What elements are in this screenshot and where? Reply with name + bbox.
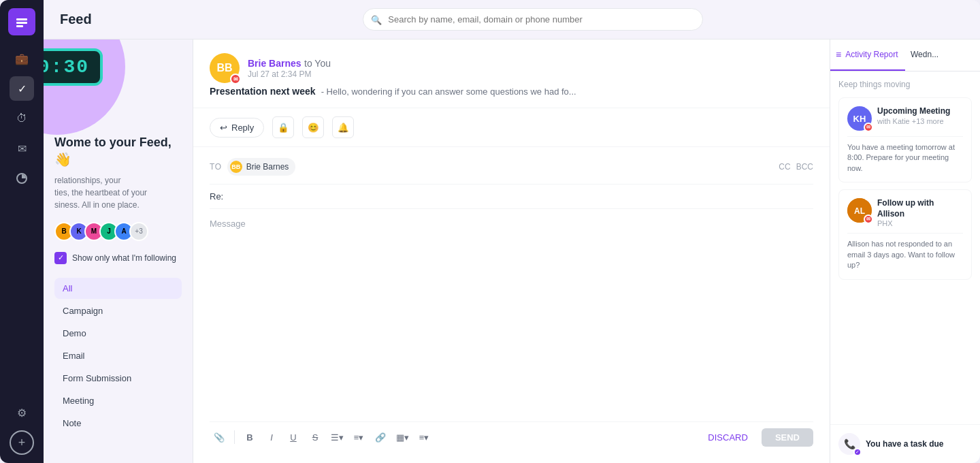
left-panel: 10:30 Wome to your Feed, 👋 relationships… (44, 39, 193, 463)
welcome-emoji: 👋 (54, 152, 71, 167)
sidebar-logo[interactable] (8, 8, 35, 35)
to-label: TO (210, 162, 222, 172)
activity-divider-2 (847, 233, 963, 234)
re-row: Re: (210, 185, 813, 209)
nav-item-all[interactable]: All (54, 278, 182, 299)
underline-button[interactable]: U (284, 428, 303, 447)
email-meta: Brie Barnes to You Jul 27 at 2:34 PM (248, 57, 331, 79)
reply-button[interactable]: ↩ Reply (210, 118, 264, 138)
search-input[interactable] (363, 8, 703, 31)
italic-button[interactable]: I (262, 428, 281, 447)
task-text: You have a task due (866, 439, 944, 449)
clock-time: 10:30 (44, 57, 89, 78)
upcoming-meeting-subtitle: with Katie +13 more (877, 117, 950, 125)
welcome-heading: Wome to your Feed, 👋 (54, 135, 182, 169)
emoji-button[interactable]: 😊 (302, 116, 324, 138)
email-preview: - Hello, wondering if you can answer som… (321, 86, 576, 97)
sidebar-icon-chart[interactable] (10, 166, 34, 191)
numbered-list-button[interactable]: ≡▾ (349, 428, 368, 447)
right-panel: ≡ Activity Report Wedn... Keep things mo… (830, 39, 980, 463)
phone-icon: 📞 (844, 438, 855, 449)
editor-toolbar: 📎 B I U S ☰▾ ≡▾ 🔗 ▦▾ ≡▾ DISCARD SEND (210, 421, 813, 452)
page-title: Feed (60, 12, 92, 27)
nav-item-form-submission[interactable]: Form Submission (54, 368, 182, 389)
discard-button[interactable]: DISCARD (697, 428, 759, 447)
sidebar-icon-settings[interactable]: ⚙ (10, 400, 34, 425)
sidebar-icon-tasks[interactable]: ✓ (10, 76, 34, 101)
tab-wednesday[interactable]: Wedn... (905, 39, 980, 71)
email-date: Jul 27 at 2:34 PM (248, 69, 331, 79)
sidebar-icon-briefcase[interactable]: 💼 (10, 46, 34, 71)
bcc-button[interactable]: BCC (796, 162, 813, 172)
mail-badge-icon: ✉ (233, 76, 238, 82)
activity-divider-1 (847, 136, 963, 137)
re-label: Re: (210, 191, 223, 202)
follow-up-meta: Follow up with Allison PHX (877, 198, 963, 227)
svg-text:AL: AL (854, 206, 865, 216)
tab-activity-report[interactable]: ≡ Activity Report (830, 39, 905, 71)
email-subject-row: Presentation next week - Hello, wonderin… (210, 86, 813, 97)
email-header: BB ✉ Brie Barnes to You Jul 27 at 2:34 P… (193, 39, 830, 108)
sender-avatar: BB ✉ (210, 53, 240, 83)
clock-display: 10:30 (44, 48, 103, 86)
upcoming-meeting-card: KH ✉ Upcoming Meeting with Katie +13 mor… (838, 97, 972, 182)
reply-form: TO BB Brie Barnes CC BCC Re: Message (193, 147, 830, 463)
follow-up-title: Follow up with Allison (877, 198, 963, 219)
lock-button[interactable]: 🔒 (272, 116, 294, 138)
follow-up-badge: ✉ (864, 214, 873, 224)
recipient-name: Brie Barnes (246, 162, 289, 172)
follow-up-badge-icon: ✉ (866, 217, 870, 222)
upcoming-meeting-header: KH ✉ Upcoming Meeting with Katie +13 mor… (847, 106, 963, 131)
nav-item-meeting[interactable]: Meeting (54, 390, 182, 411)
cc-button[interactable]: CC (779, 162, 790, 172)
search-bar: 🔍 (363, 8, 703, 31)
block-button[interactable]: ▦▾ (393, 428, 412, 447)
bullet-list-button[interactable]: ☰▾ (327, 428, 346, 447)
bell-button[interactable]: 🔔 (332, 116, 354, 138)
right-tabs: ≡ Activity Report Wedn... (830, 39, 980, 71)
upcoming-meeting-avatar: KH ✉ (847, 106, 872, 131)
follow-up-avatar: AL ✉ (847, 198, 872, 223)
send-button[interactable]: SEND (762, 428, 813, 447)
task-badge: ✓ (853, 448, 862, 456)
strikethrough-button[interactable]: S (306, 428, 325, 447)
badge-mail-icon: ✉ (866, 125, 870, 130)
attach-button[interactable]: 📎 (210, 428, 229, 447)
main-content: Feed 🔍 10:30 Wome to your Feed, 👋 (44, 0, 980, 463)
checkbox-row[interactable]: ✓ Show only what I'm following (54, 252, 182, 264)
message-placeholder: Message (210, 219, 246, 229)
align-button[interactable]: ≡▾ (414, 428, 434, 447)
welcome-section: Wome to your Feed, 👋 relationships, your… (54, 135, 182, 211)
email-actions: ↩ Reply 🔒 😊 🔔 (193, 108, 830, 147)
follow-up-header: AL ✉ Follow up with Allison PHX (847, 198, 963, 227)
email-subject: Presentation next week (210, 86, 316, 97)
lock-icon: 🔒 (278, 123, 289, 133)
nav-section: All Campaign Demo Email Form Submission … (54, 278, 182, 434)
follow-up-subtitle: PHX (877, 219, 963, 227)
keep-moving-text: Keep things moving (838, 80, 972, 89)
sidebar-icon-clock[interactable]: ⏱ (10, 106, 34, 131)
sidebar-add-button[interactable]: + (10, 430, 34, 455)
link-button[interactable]: 🔗 (371, 428, 390, 447)
content-row: 10:30 Wome to your Feed, 👋 relationships… (44, 39, 980, 463)
svg-rect-2 (16, 25, 23, 27)
recipient-chip[interactable]: BB Brie Barnes (227, 158, 296, 176)
svg-rect-1 (16, 22, 27, 24)
nav-item-demo[interactable]: Demo (54, 323, 182, 344)
sidebar-icon-mail[interactable]: ✉ (10, 136, 34, 161)
nav-item-email[interactable]: Email (54, 345, 182, 366)
right-content: Keep things moving KH ✉ Upcoming Meeting… (830, 71, 980, 424)
upcoming-meeting-meta: Upcoming Meeting with Katie +13 more (877, 106, 950, 125)
nav-item-note[interactable]: Note (54, 413, 182, 434)
task-icon-wrap: 📞 ✓ (838, 433, 860, 455)
nav-item-campaign[interactable]: Campaign (54, 300, 182, 321)
task-card[interactable]: 📞 ✓ You have a task due (830, 424, 980, 463)
upcoming-meeting-title: Upcoming Meeting (877, 106, 950, 117)
following-checkbox[interactable]: ✓ (54, 252, 67, 264)
task-check-icon: ✓ (855, 449, 860, 455)
bold-button[interactable]: B (240, 428, 259, 447)
upcoming-meeting-desc: You have a meeting tomorrow at 8:00. Pre… (847, 142, 963, 174)
message-area[interactable]: Message (210, 209, 813, 421)
follow-up-card: AL ✉ Follow up with Allison PHX Allison (838, 189, 972, 279)
sidebar: 💼 ✓ ⏱ ✉ ⚙ + (0, 0, 44, 463)
